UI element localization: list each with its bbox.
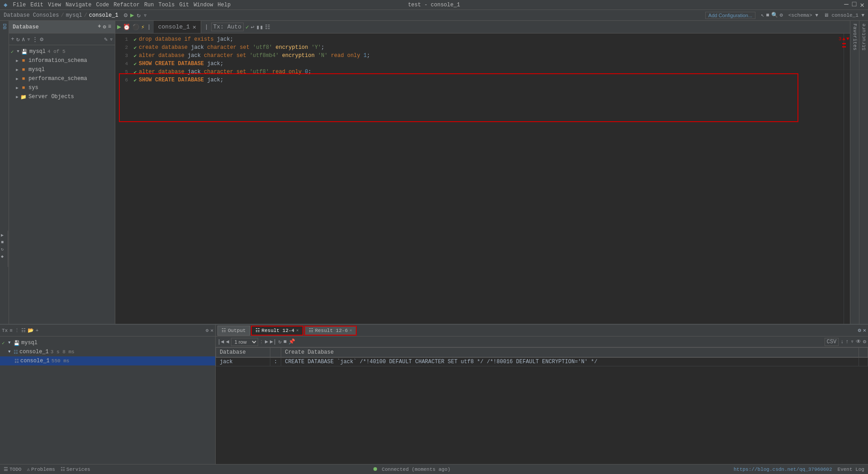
tab-result-12-4[interactable]: ☷ Result 12-4 ✕ bbox=[251, 326, 303, 336]
menu-refactor[interactable]: Refactor bbox=[113, 2, 140, 8]
checkmark-icon[interactable]: ✓ bbox=[245, 24, 249, 31]
tab-output[interactable]: ☷ Output bbox=[217, 326, 250, 336]
menu-view[interactable]: View bbox=[48, 2, 61, 8]
icon-stop[interactable]: ■ bbox=[766, 12, 769, 19]
results-close-icon[interactable]: ✕ bbox=[863, 327, 866, 334]
problems-button[interactable]: ⚠ Problems bbox=[27, 466, 55, 472]
services-button-bottom[interactable]: ☷ Services bbox=[61, 466, 90, 472]
db-toolbar-icon2[interactable]: ↻ bbox=[16, 36, 20, 43]
svc-item-console1-session[interactable]: ▼ ☷ console_1 3 s 8 ms bbox=[0, 347, 215, 356]
tx-label[interactable]: Tx: Auto bbox=[211, 23, 244, 31]
icon-run2[interactable]: ↖ bbox=[761, 12, 764, 19]
lightning-icon[interactable]: ⚡ bbox=[141, 24, 145, 31]
db-toolbar-icon6[interactable]: ⚙ bbox=[40, 36, 43, 43]
db-toolbar-icon3[interactable]: ∧ bbox=[22, 36, 25, 43]
error-arrow-up[interactable]: ▲ bbox=[842, 36, 845, 42]
clock-icon[interactable]: ⏰ bbox=[123, 24, 130, 31]
row-count-select[interactable]: 1 row 10 rows 100 rows bbox=[231, 338, 258, 346]
event-log-label[interactable]: Event Log bbox=[838, 467, 864, 472]
reload-icon[interactable]: ↻ bbox=[278, 338, 282, 345]
db-toolbar-icon4[interactable]: ▿ bbox=[27, 36, 30, 43]
menu-edit[interactable]: Edit bbox=[30, 2, 43, 8]
svc-settings[interactable]: ⚙ bbox=[206, 327, 209, 333]
tree-item-performance-schema[interactable]: ▶ ■ performance_schema bbox=[9, 74, 115, 83]
eye-icon[interactable]: 👁 bbox=[856, 338, 861, 345]
svc-icon2[interactable]: ⋮ bbox=[14, 327, 19, 333]
icon-settings2[interactable]: ⚙ bbox=[780, 12, 783, 19]
svc-icon3[interactable]: ☷ bbox=[21, 327, 26, 333]
db-panel-icon-collapse[interactable]: ≡ bbox=[108, 24, 111, 30]
add-configuration-button[interactable]: Add Configuration... bbox=[705, 12, 755, 19]
tab-result-12-4-close[interactable]: ✕ bbox=[296, 328, 298, 333]
export-icon[interactable]: ↓ bbox=[840, 339, 844, 345]
structure-label[interactable]: Structure bbox=[860, 23, 868, 51]
minimize-button[interactable]: — bbox=[844, 0, 849, 9]
schema-selector[interactable]: <schema> ▼ bbox=[788, 13, 818, 18]
db-panel-icon-filter[interactable]: ⚙ bbox=[103, 24, 106, 30]
menu-window[interactable]: Window bbox=[193, 2, 213, 8]
db-toolbar-icon1[interactable]: + bbox=[11, 36, 14, 43]
console-selector[interactable]: 🖥 console_1 ▼ bbox=[824, 12, 864, 18]
filter2-icon[interactable]: ▿ bbox=[851, 338, 854, 345]
favorites-label[interactable]: Favorites bbox=[851, 23, 859, 51]
stop-icon[interactable]: ■ bbox=[283, 339, 287, 345]
line-status-3: ✔ bbox=[132, 53, 139, 59]
results-settings2-icon[interactable]: ⚙ bbox=[863, 338, 866, 345]
menu-tools[interactable]: Tools bbox=[159, 2, 175, 8]
results-settings-icon[interactable]: ⚙ bbox=[858, 327, 861, 334]
menu-code[interactable]: Code bbox=[96, 2, 109, 8]
error-arrow-down[interactable]: ▼ bbox=[846, 36, 849, 42]
db-panel-icon-new[interactable]: + bbox=[98, 24, 101, 30]
menu-navigate[interactable]: Navigate bbox=[66, 2, 92, 8]
csdn-url[interactable]: https://blog.csdn.net/qq_37960602 bbox=[734, 467, 832, 472]
breadcrumb-console1[interactable]: console_1 bbox=[89, 12, 118, 19]
tab-console1[interactable]: console_1 ✕ bbox=[154, 21, 201, 33]
breadcrumb-mysql[interactable]: mysql bbox=[66, 12, 82, 19]
settings-icon[interactable]: ⚙ bbox=[124, 11, 127, 19]
nav-last-icon[interactable]: ▶| bbox=[270, 338, 276, 345]
undo-icon[interactable]: ↩ bbox=[251, 24, 255, 31]
tab-close-console1[interactable]: ✕ bbox=[193, 24, 196, 31]
run-icon[interactable]: ▶ bbox=[130, 11, 134, 19]
svc-close[interactable]: ✕ bbox=[210, 327, 213, 333]
todo-button[interactable]: ☰ TODO bbox=[4, 466, 21, 472]
pause-icon[interactable]: ▮▮ bbox=[256, 24, 264, 31]
menu-file[interactable]: File bbox=[13, 2, 26, 8]
run-green-icon[interactable]: ▶ bbox=[117, 23, 121, 31]
breadcrumb-bar: Database Consoles / mysql / console_1 ⚙ … bbox=[0, 10, 868, 21]
icon-search[interactable]: 🔍 bbox=[771, 12, 778, 19]
close-button[interactable]: ✕ bbox=[860, 0, 864, 9]
menu-help[interactable]: Help bbox=[217, 2, 231, 8]
tree-item-mysql-root[interactable]: ✓ ▼ 💾 mysql 4 of 5 bbox=[9, 47, 115, 56]
filter-icon[interactable]: ▿ bbox=[143, 11, 147, 19]
svc-icon4[interactable]: 📂 bbox=[28, 327, 34, 333]
csv-button[interactable]: CSV bbox=[825, 338, 839, 346]
code-editor[interactable]: 1 ✔ drop database if exists jack; 2 ✔ cr… bbox=[115, 33, 844, 324]
menu-run[interactable]: Run bbox=[144, 2, 154, 8]
nav-prev-icon[interactable]: ◀ bbox=[226, 338, 229, 345]
svc-item-console1-query[interactable]: ☷ console_1 550 ms bbox=[0, 356, 215, 365]
tree-item-sys[interactable]: ▶ ■ sys bbox=[9, 83, 115, 92]
sidebar-db-icon[interactable]: DB bbox=[1, 23, 8, 30]
svc-icon1[interactable]: ≡ bbox=[9, 328, 13, 333]
svc-item-mysql[interactable]: ✓ ▼ 💾 mysql bbox=[0, 338, 215, 347]
table-icon[interactable]: ☷ bbox=[265, 24, 270, 31]
tab-result-12-6-close[interactable]: ✕ bbox=[349, 328, 352, 333]
tab-result-12-6[interactable]: ☷ Result 12-6 ✕ bbox=[304, 326, 357, 336]
maximize-button[interactable]: □ bbox=[852, 0, 857, 9]
tree-item-mysql-schema[interactable]: ▶ ■ mysql bbox=[9, 65, 115, 74]
tree-item-information-schema[interactable]: ▶ ■ information_schema bbox=[9, 56, 115, 65]
nav-first-icon[interactable]: |◀ bbox=[217, 338, 224, 345]
breadcrumb-db-consoles[interactable]: Database Consoles bbox=[4, 12, 59, 19]
tree-item-server-objects[interactable]: ▶ 📁 Server Objects bbox=[9, 92, 115, 101]
pin-icon[interactable]: 📌 bbox=[288, 338, 295, 345]
db-toolbar-icon5[interactable]: ⋮ bbox=[32, 36, 38, 43]
db-toolbar-icon8[interactable]: ▿ bbox=[109, 36, 113, 43]
menu-git[interactable]: Git bbox=[179, 2, 189, 8]
nav-next-icon[interactable]: ▶ bbox=[265, 338, 268, 345]
sync-icon[interactable]: ↻ bbox=[137, 11, 141, 19]
import-icon[interactable]: ↑ bbox=[845, 339, 849, 345]
db-toolbar-icon7[interactable]: ✎ bbox=[104, 36, 108, 43]
stop-red-icon[interactable]: ⚫ bbox=[132, 24, 139, 31]
svc-icon5[interactable]: + bbox=[36, 328, 39, 333]
